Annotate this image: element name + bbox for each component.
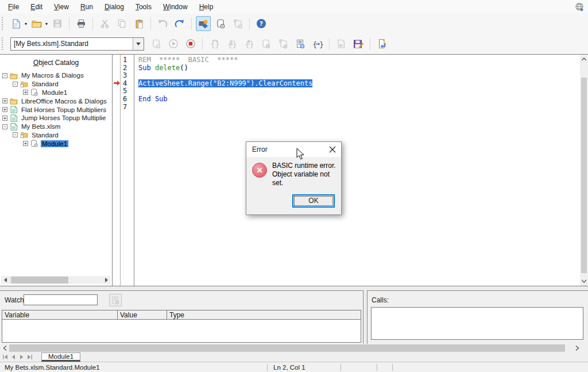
collapse-toggle[interactable]: - [13, 132, 18, 137]
scroll-right-arrow[interactable] [102, 276, 110, 284]
first-module-button[interactable] [2, 354, 9, 361]
scrollbar-thumb[interactable] [581, 78, 587, 273]
scrollbar-thumb[interactable] [9, 344, 565, 352]
step-out-button[interactable]: {} [241, 36, 256, 51]
import-source-button[interactable] [334, 36, 349, 51]
expand-toggle[interactable]: + [2, 98, 7, 103]
run-button[interactable] [166, 36, 181, 51]
breakpoint-button[interactable] [258, 36, 273, 51]
column-header-value[interactable]: Value [118, 310, 167, 319]
code-text-area[interactable]: REM ***** BASIC ***** Sub delete() Activ… [135, 55, 580, 286]
scroll-down-arrow[interactable] [580, 277, 588, 285]
paste-button[interactable] [131, 16, 146, 31]
watch-input[interactable] [24, 294, 98, 305]
scroll-left-arrow[interactable] [1, 276, 9, 284]
tree-item-flat-horses[interactable]: + Flat Horses Topup Multipliers [0, 105, 112, 114]
code-editor[interactable]: 1 2 3 4 5 6 7 REM ***** BASIC ***** Sub … [113, 55, 588, 286]
watch-table-body[interactable] [2, 320, 361, 342]
editor-vertical-scrollbar[interactable] [580, 55, 588, 286]
menu-tools[interactable]: Tools [130, 1, 157, 13]
save-button[interactable] [50, 16, 65, 31]
ok-button[interactable]: OK [292, 194, 335, 208]
goto-line-button[interactable] [374, 36, 389, 51]
column-header-type[interactable]: Type [167, 310, 361, 319]
enable-watch-button[interactable] [293, 36, 308, 51]
save-source-icon [353, 39, 363, 49]
toolbar-grip[interactable] [2, 37, 5, 50]
menu-run[interactable]: Run [75, 1, 99, 13]
breakpoint-column[interactable] [113, 55, 121, 286]
compile-button[interactable] [149, 36, 164, 51]
globe-update-icon[interactable] [575, 2, 585, 12]
library-selector[interactable]: [My Bets.xlsm].Standard [10, 37, 144, 51]
scrollbar-thumb[interactable] [11, 277, 68, 283]
tree-item-label: My Macros & Dialogs [20, 72, 85, 79]
toolbar-grip[interactable] [2, 17, 5, 30]
watch-label: Watch: [5, 296, 26, 304]
open-dropdown[interactable]: ▾ [45, 21, 48, 26]
organize-macros-button[interactable] [230, 16, 245, 31]
scroll-right-arrow[interactable] [573, 344, 581, 352]
tree-item-module1-mybets-selected[interactable]: + Module1 [0, 139, 112, 148]
bottom-horizontal-scrollbar[interactable] [0, 344, 588, 352]
expand-toggle[interactable]: + [2, 116, 7, 121]
menu-help[interactable]: Help [194, 1, 219, 13]
library-selector-dropdown[interactable] [133, 38, 144, 50]
goto-line-icon [377, 39, 387, 49]
single-step-button[interactable]: {} [224, 36, 239, 51]
call-stack-list[interactable] [371, 307, 583, 340]
collapse-toggle[interactable]: - [2, 124, 7, 129]
library-selector-value: [My Bets.xlsm].Standard [11, 40, 133, 48]
tree-item-standard-1[interactable]: - Standard [0, 80, 112, 89]
next-module-button[interactable] [18, 354, 25, 361]
expand-toggle[interactable]: + [23, 141, 28, 146]
manage-breakpoints-button[interactable] [276, 36, 291, 51]
close-icon[interactable] [329, 146, 336, 153]
redo-button[interactable] [172, 16, 187, 31]
catalog-horizontal-scrollbar[interactable] [1, 276, 110, 284]
tree-item-my-macros[interactable]: - My Macros & Dialogs [0, 71, 112, 80]
expand-toggle[interactable]: + [2, 107, 7, 112]
tree-item-standard-2[interactable]: - Standard [0, 131, 112, 140]
collapse-toggle[interactable]: - [2, 73, 7, 78]
tree-item-my-bets[interactable]: - My Bets.xlsm [0, 122, 112, 131]
calls-label: Calls: [372, 296, 389, 304]
print-button[interactable] [74, 16, 88, 31]
undo-button[interactable] [155, 16, 170, 31]
scroll-up-arrow[interactable] [580, 55, 588, 63]
menu-dialog[interactable]: Dialog [99, 1, 130, 13]
tree-item-jump-horses[interactable]: + Jump Horses Topup Multiplie [0, 114, 112, 122]
procedure-step-button[interactable]: {} [207, 36, 222, 51]
cut-button[interactable] [97, 16, 112, 31]
menu-view[interactable]: View [48, 1, 75, 13]
column-header-variable[interactable]: Variable [2, 310, 118, 319]
library-folder-icon [20, 80, 28, 88]
tree-item-module1-mymacros[interactable]: + Module1 [0, 89, 112, 97]
status-divider [377, 364, 377, 371]
new-document-dropdown[interactable]: ▾ [25, 21, 27, 26]
help-button[interactable]: ? [254, 16, 269, 31]
enable-watch-small-button[interactable] [109, 294, 122, 306]
collapse-toggle[interactable]: - [13, 82, 18, 87]
menu-edit[interactable]: Edit [25, 1, 48, 13]
last-module-button[interactable] [26, 354, 33, 361]
new-document-button[interactable] [9, 16, 24, 31]
find-parentheses-button[interactable]: {} [310, 36, 325, 51]
edit-macros-button[interactable] [213, 16, 228, 31]
save-source-button[interactable] [351, 36, 366, 51]
copy-button[interactable] [114, 16, 129, 31]
tree-item-label: Jump Horses Topup Multiplie [20, 114, 107, 121]
stop-button[interactable] [183, 36, 198, 51]
object-catalog-tree: - My Macros & Dialogs - Standard + Modul… [0, 71, 112, 148]
enable-watch-disabled-icon [111, 296, 119, 305]
scroll-left-arrow[interactable] [1, 344, 9, 352]
tree-item-libreoffice-macros[interactable]: + LibreOffice Macros & Dialogs [0, 97, 112, 105]
menu-file[interactable]: File [2, 1, 25, 13]
menu-window[interactable]: Window [157, 1, 194, 13]
error-dialog-titlebar[interactable]: Error [246, 142, 341, 157]
expand-toggle[interactable]: + [23, 90, 28, 95]
select-macro-button[interactable] [196, 16, 211, 31]
tab-module1[interactable]: Module1 [41, 352, 80, 362]
open-button[interactable] [29, 16, 44, 31]
previous-module-button[interactable] [10, 354, 17, 361]
